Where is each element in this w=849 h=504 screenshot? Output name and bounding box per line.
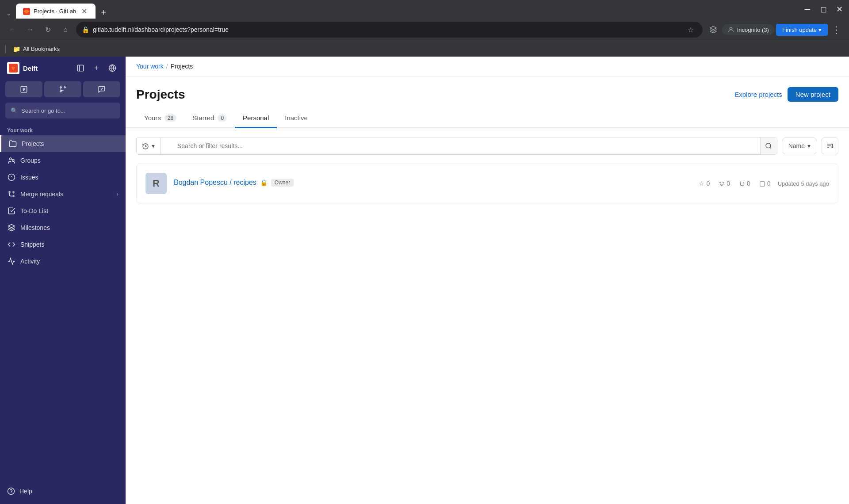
search-icon: 🔍 — [11, 107, 18, 114]
tab-title: Projects · GitLab — [34, 8, 76, 15]
finish-update-chevron-icon: ▾ — [818, 27, 822, 33]
tab-yours[interactable]: Yours 28 — [136, 109, 184, 128]
sort-chevron-icon: ▾ — [807, 142, 811, 149]
browser-tab-active[interactable]: Projects · GitLab ✕ — [16, 4, 96, 19]
finish-update-button[interactable]: Finish update ▾ — [776, 24, 828, 36]
breadcrumb-parent-link[interactable]: Your work — [136, 63, 164, 70]
svg-point-17 — [13, 191, 14, 193]
projects-icon — [8, 139, 17, 148]
sidebar-item-merge-requests[interactable]: Merge requests › — [0, 186, 126, 202]
project-updated: Updated 5 days ago — [778, 180, 829, 187]
svg-line-21 — [770, 147, 771, 149]
sidebar-logo[interactable]: Delft — [7, 62, 38, 74]
search-filter-group: ▾ — [136, 137, 777, 155]
sidebar-snippets-tool-button[interactable] — [5, 81, 42, 97]
page-title: Projects — [136, 88, 185, 102]
project-stats: ☆ 0 0 0 — [699, 180, 770, 187]
project-name: Bogdan Popescu / recipes — [174, 179, 256, 187]
stat-stars: ☆ 0 — [699, 180, 710, 187]
sidebar-merge-tool-button[interactable] — [44, 81, 81, 97]
svg-point-9 — [60, 91, 61, 92]
minimize-button[interactable]: ─ — [801, 3, 814, 15]
sidebar-item-activity[interactable]: Activity — [0, 253, 126, 270]
lock-secure-icon: 🔒 — [82, 26, 89, 33]
sort-order-button[interactable] — [822, 137, 838, 154]
sidebar-item-snippets[interactable]: Snippets — [0, 236, 126, 253]
tab-list-arrow[interactable]: ⌄ — [4, 8, 14, 19]
sidebar-item-milestones[interactable]: Milestones — [0, 219, 126, 236]
project-avatar: R — [145, 173, 167, 194]
bookmarks-divider — [5, 45, 6, 53]
fork-icon — [719, 180, 725, 187]
search-input-wrapper — [161, 137, 760, 154]
sidebar-item-projects[interactable]: Projects — [0, 135, 126, 152]
svg-point-10 — [10, 158, 12, 160]
svg-point-11 — [12, 159, 15, 161]
svg-point-1 — [730, 27, 732, 30]
milestones-icon — [7, 223, 16, 232]
reload-button[interactable]: ↻ — [41, 23, 55, 37]
svg-point-20 — [766, 143, 771, 148]
activity-icon — [7, 257, 16, 266]
tab-favicon — [23, 8, 30, 15]
sidebar: Delft + — [0, 57, 126, 504]
merge-requests-icon — [7, 190, 16, 199]
svg-point-19 — [11, 493, 11, 493]
svg-rect-32 — [760, 182, 765, 187]
sort-by-button[interactable]: Name ▾ — [783, 137, 816, 154]
tab-close-button[interactable]: ✕ — [80, 7, 88, 15]
sidebar-section-label: Your work — [0, 124, 126, 135]
incognito-badge[interactable]: Incognito (3) — [722, 24, 774, 35]
project-info: Bogdan Popescu / recipes 🔒 Owner — [174, 179, 692, 188]
sidebar-search[interactable]: 🔍 Search or go to... — [5, 103, 120, 118]
extensions-button[interactable] — [706, 23, 720, 37]
sidebar-create-button[interactable]: + — [90, 62, 103, 74]
project-owner-badge: Owner — [271, 179, 294, 187]
close-button[interactable]: ✕ — [833, 3, 845, 15]
stat-issues: 0 — [759, 180, 771, 187]
address-bar-container: 🔒 ☆ — [76, 22, 703, 38]
filter-chevron-icon: ▾ — [152, 142, 155, 149]
svg-point-16 — [13, 195, 14, 197]
svg-point-29 — [740, 182, 741, 183]
explore-projects-link[interactable]: Explore projects — [734, 91, 782, 98]
sidebar-logo-icon — [7, 62, 19, 74]
project-name-link[interactable]: Bogdan Popescu / recipes — [174, 179, 256, 186]
filter-history-button[interactable]: ▾ — [137, 137, 161, 154]
sidebar-globe-button[interactable] — [106, 62, 119, 74]
tab-personal[interactable]: Personal — [235, 109, 277, 128]
sidebar-item-issues[interactable]: Issues — [0, 169, 126, 186]
svg-rect-3 — [77, 65, 84, 71]
star-icon: ☆ — [699, 180, 704, 187]
sidebar-help-item[interactable]: Help — [7, 484, 119, 499]
maximize-button[interactable]: ◻ — [817, 3, 830, 15]
merge-requests-arrow-icon: › — [116, 190, 119, 198]
incognito-label: Incognito (3) — [737, 27, 769, 33]
search-input[interactable] — [161, 137, 760, 154]
main-content: Your work / Projects Projects Explore pr… — [126, 57, 849, 504]
forward-button[interactable]: → — [23, 23, 37, 37]
mr-icon — [739, 180, 745, 187]
sidebar-nav: Projects Groups Issues — [0, 135, 126, 270]
new-tab-button[interactable]: + — [97, 6, 110, 19]
browser-menu-button[interactable]: ⋮ — [830, 23, 844, 37]
breadcrumb: Your work / Projects — [126, 57, 849, 76]
search-submit-button[interactable] — [760, 137, 777, 154]
new-project-button[interactable]: New project — [788, 87, 838, 102]
projects-list: R Bogdan Popescu / recipes 🔒 Owner — [126, 164, 849, 203]
bookmark-star-icon[interactable]: ☆ — [685, 23, 697, 36]
sidebar-review-tool-button[interactable] — [83, 81, 120, 97]
search-submit-icon — [765, 142, 772, 149]
tab-inactive[interactable]: Inactive — [277, 109, 316, 128]
sidebar-item-todo[interactable]: To-Do List — [0, 202, 126, 219]
address-bar-input[interactable] — [93, 26, 677, 33]
back-button[interactable]: ← — [5, 23, 19, 37]
home-button[interactable]: ⌂ — [58, 23, 73, 37]
svg-point-31 — [743, 182, 744, 183]
svg-point-26 — [720, 182, 721, 183]
groups-icon — [7, 156, 16, 165]
all-bookmarks-item[interactable]: 📁 All Bookmarks — [9, 44, 63, 54]
sidebar-toggle-button[interactable] — [74, 62, 87, 74]
sidebar-item-groups[interactable]: Groups — [0, 152, 126, 169]
tab-starred[interactable]: Starred 0 — [184, 109, 235, 128]
